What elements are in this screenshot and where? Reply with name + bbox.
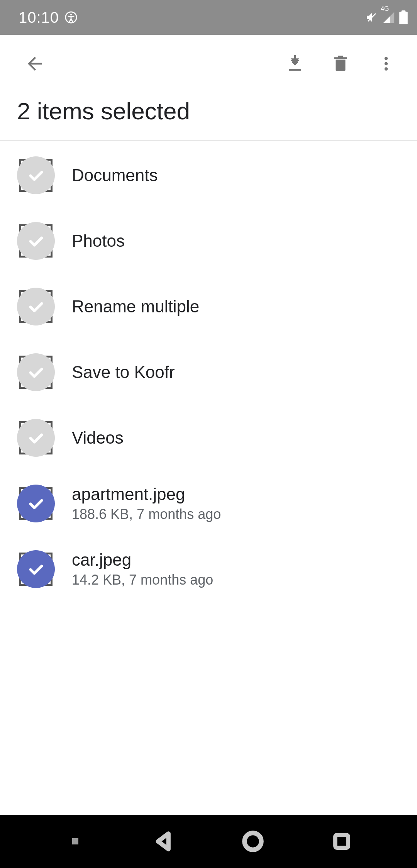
selection-toggle[interactable]: [17, 222, 55, 260]
item-name: Photos: [72, 231, 125, 251]
status-time: 10:10: [19, 9, 59, 26]
check-unselected-icon: [17, 419, 55, 457]
item-name: Rename multiple: [72, 297, 199, 316]
svg-rect-2: [399, 12, 408, 24]
title-area: 2 items selected: [0, 93, 417, 140]
svg-point-5: [385, 62, 388, 65]
signal-icon: 4G: [382, 11, 395, 24]
back-button[interactable]: [15, 44, 54, 83]
network-label: 4G: [381, 5, 389, 12]
list-item[interactable]: Photos: [0, 208, 417, 274]
selection-toggle[interactable]: [17, 353, 55, 391]
list-item[interactable]: Save to Koofr: [0, 339, 417, 405]
item-meta: 14.2 KB, 7 months ago: [72, 572, 213, 588]
list-item[interactable]: Documents: [0, 142, 417, 208]
download-button[interactable]: [276, 44, 314, 83]
list-item[interactable]: Videos: [0, 405, 417, 471]
item-name: Documents: [72, 166, 158, 185]
check-selected-icon: [17, 550, 55, 588]
list-item[interactable]: Rename multiple: [0, 274, 417, 339]
battery-icon: [399, 10, 408, 24]
svg-point-6: [385, 67, 388, 70]
nav-home-button[interactable]: [236, 824, 270, 859]
check-unselected-icon: [17, 288, 55, 326]
item-name: Videos: [72, 428, 124, 448]
selection-toggle[interactable]: [17, 485, 55, 522]
nav-back-button[interactable]: [147, 824, 181, 859]
page-title: 2 items selected: [17, 97, 400, 125]
check-selected-icon: [17, 485, 55, 522]
selection-toggle[interactable]: [17, 419, 55, 457]
svg-point-7: [244, 833, 261, 850]
list-item[interactable]: apartment.jpeg188.6 KB, 7 months ago: [0, 471, 417, 536]
item-meta: 188.6 KB, 7 months ago: [72, 506, 221, 522]
file-list[interactable]: DocumentsPhotosRename multipleSave to Ko…: [0, 141, 417, 815]
selection-toggle[interactable]: [17, 288, 55, 326]
svg-point-4: [385, 57, 388, 60]
svg-rect-3: [402, 10, 406, 12]
mute-icon: [365, 11, 378, 24]
svg-rect-8: [335, 835, 348, 848]
check-unselected-icon: [17, 353, 55, 391]
more-options-button[interactable]: [367, 44, 405, 83]
selection-toggle[interactable]: [17, 550, 55, 588]
system-nav-bar: [0, 815, 417, 868]
item-name: apartment.jpeg: [72, 485, 221, 504]
svg-point-1: [70, 14, 72, 15]
item-name: car.jpeg: [72, 550, 213, 570]
nav-recents-button[interactable]: [324, 824, 359, 859]
check-unselected-icon: [17, 156, 55, 194]
selection-toggle[interactable]: [17, 156, 55, 194]
item-name: Save to Koofr: [72, 363, 175, 382]
app-bar: [0, 35, 417, 93]
list-item[interactable]: car.jpeg14.2 KB, 7 months ago: [0, 536, 417, 602]
nav-extra-icon[interactable]: [58, 824, 93, 859]
accessibility-icon: [64, 11, 78, 24]
check-unselected-icon: [17, 222, 55, 260]
status-bar: 10:10 4G: [0, 0, 417, 35]
delete-button[interactable]: [321, 44, 360, 83]
